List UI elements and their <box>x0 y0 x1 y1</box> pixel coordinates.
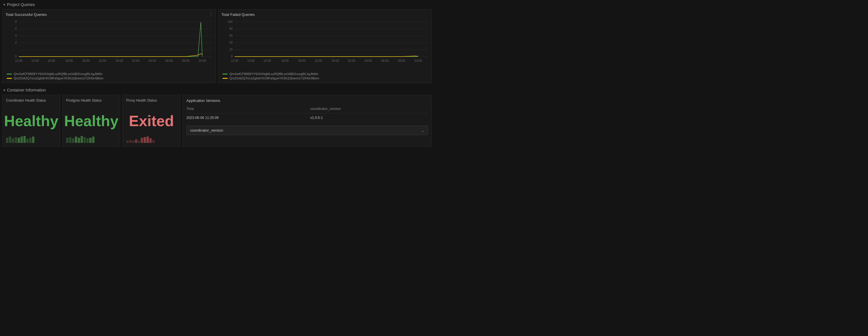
svg-text:00:00: 00:00 <box>332 59 339 62</box>
svg-text:04:00: 04:00 <box>149 59 156 62</box>
svg-text:8: 8 <box>15 20 17 23</box>
mini-bar <box>152 140 155 143</box>
svg-text:08:00: 08:00 <box>398 59 405 62</box>
failed-legend-dot-yellow <box>222 78 228 79</box>
svg-text:16:00: 16:00 <box>264 59 271 62</box>
version-column-header: coordinator_version <box>310 106 428 113</box>
container-info-header[interactable]: ▾ Container Information <box>0 86 434 95</box>
successful-chart-title: Total Successful Queries <box>5 12 213 17</box>
container-info-section: ▾ Container Information Coordinator Heal… <box>0 86 434 149</box>
svg-text:6: 6 <box>15 27 17 30</box>
container-cards-row: Coordinator Health Status Healthy Postgr… <box>0 95 434 149</box>
mini-bar <box>29 138 31 143</box>
coordinator-card-title: Coordinator Health Status <box>6 98 56 102</box>
mini-bar <box>86 138 89 143</box>
mini-bar <box>89 138 92 143</box>
mini-bar <box>126 141 129 143</box>
svg-text:14:00: 14:00 <box>31 59 39 62</box>
successful-chart-legend: QmXwfCF8858YY924VHgNLsxRQfBLosVbB31mygRL… <box>5 72 213 80</box>
successful-queries-card: Total Successful Queries ⋮ 8 6 4 2 0 <box>2 9 216 83</box>
svg-text:12:00: 12:00 <box>15 59 23 62</box>
failed-chart-area: 100 80 60 40 20 0 12:00 14:00 16:00 18:0… <box>221 19 429 71</box>
coordinator-mini-bars <box>6 136 56 143</box>
svg-text:4: 4 <box>15 34 17 37</box>
proxy-health-card: Proxy Health Status Exited <box>123 95 180 147</box>
proxy-card-title: Proxy Health Status <box>126 98 177 102</box>
coordinator-health-card: Coordinator Health Status Healthy <box>2 95 60 147</box>
mini-bar <box>26 139 29 143</box>
successful-chart-svg: 8 6 4 2 0 12:00 14:00 16:00 18:00 20:00 … <box>5 19 213 62</box>
version-dropdown[interactable]: coordinator_version proxy_version postgr… <box>186 126 428 135</box>
failed-chart-title: Total Failed Queries <box>221 12 429 17</box>
proxy-status: Exited <box>126 106 177 134</box>
svg-text:80: 80 <box>229 27 233 30</box>
postgres-mini-bars <box>66 136 117 143</box>
svg-text:10:00: 10:00 <box>414 59 422 62</box>
failed-legend-label-green: QmXwfCF8858YY924VHgNLsxRQfBLosVbB31mygRL… <box>229 72 318 76</box>
svg-text:0: 0 <box>15 55 17 58</box>
mini-bar <box>129 140 131 143</box>
mini-bar <box>69 137 71 143</box>
failed-chart-svg: 100 80 60 40 20 0 12:00 14:00 16:00 18:0… <box>221 19 429 62</box>
svg-text:40: 40 <box>229 41 233 44</box>
mini-bar <box>81 136 83 143</box>
mini-bar <box>84 137 86 143</box>
svg-text:20: 20 <box>229 48 233 51</box>
svg-text:18:00: 18:00 <box>281 59 289 62</box>
legend-label-yellow: QmZGAZQ7e1oZgfuK4V29Fa5gveYK3G2zEwvUzTZK… <box>13 76 103 80</box>
mini-bar <box>23 136 26 143</box>
svg-text:10:00: 10:00 <box>198 59 206 62</box>
svg-text:0: 0 <box>231 55 232 58</box>
container-chevron-icon: ▾ <box>3 88 5 92</box>
svg-text:2: 2 <box>15 41 17 44</box>
legend-item-yellow: QmZGAZQ7e1oZgfuK4V29Fa5gveYK3G2zEwvUzTZK… <box>7 76 213 80</box>
version-dropdown-wrapper[interactable]: coordinator_version proxy_version postgr… <box>186 126 428 135</box>
mini-bar <box>149 138 152 143</box>
time-column-header: Time <box>186 106 310 113</box>
successful-chart-area: 8 6 4 2 0 12:00 14:00 16:00 18:00 20:00 … <box>5 19 213 71</box>
mini-bar <box>32 137 34 143</box>
svg-text:16:00: 16:00 <box>48 59 55 62</box>
mini-bar <box>21 137 23 143</box>
app-versions-title: Application Versions <box>186 98 428 103</box>
legend-item-green: QmXwfCF8858YY924VHgNLsxRQfBLosVbB31mygRL… <box>7 72 213 76</box>
legend-label-green: QmXwfCF8858YY924VHgNLsxRQfBLosVbB31mygRL… <box>13 72 102 76</box>
svg-text:14:00: 14:00 <box>247 59 255 62</box>
svg-text:18:00: 18:00 <box>65 59 73 62</box>
legend-dot-yellow <box>7 78 12 79</box>
postgres-health-card: Postgres Health Status Healthy <box>62 95 120 147</box>
failed-legend-item-yellow: QmZGAZQ7e1oZgfuK4V29Fa5gveYK3G2zEwvUzTZK… <box>222 76 429 80</box>
charts-row: Total Successful Queries ⋮ 8 6 4 2 0 <box>0 9 434 86</box>
successful-chart-menu-button[interactable]: ⋮ <box>209 12 213 16</box>
svg-text:00:00: 00:00 <box>116 59 123 62</box>
svg-text:12:00: 12:00 <box>231 59 238 62</box>
failed-legend-item-green: QmXwfCF8858YY924VHgNLsxRQfBLosVbB31mygRL… <box>222 72 429 76</box>
mini-bar <box>78 138 80 143</box>
svg-text:22:00: 22:00 <box>315 59 322 62</box>
svg-text:60: 60 <box>229 34 233 37</box>
row-version: v1.0.5-1 <box>310 113 428 121</box>
svg-text:20:00: 20:00 <box>298 59 306 62</box>
table-row: 2023-06-06 11:25:09 v1.0.5-1 <box>186 113 428 121</box>
mini-bar <box>9 137 11 143</box>
project-queries-header[interactable]: ▾ Project Queries <box>0 0 434 9</box>
project-queries-label: Project Queries <box>7 2 35 7</box>
row-time: 2023-06-06 11:25:09 <box>186 113 310 121</box>
versions-table: Time coordinator_version 2023-06-06 11:2… <box>186 106 428 121</box>
mini-bar <box>92 137 94 143</box>
mini-bar <box>144 137 146 143</box>
svg-text:22:00: 22:00 <box>99 59 106 62</box>
svg-text:20:00: 20:00 <box>82 59 90 62</box>
mini-bar <box>132 141 134 143</box>
chevron-down-icon: ▾ <box>3 3 5 7</box>
svg-text:08:00: 08:00 <box>182 59 190 62</box>
postgres-card-title: Postgres Health Status <box>66 98 117 102</box>
mini-bar <box>141 138 143 143</box>
mini-bar <box>66 138 68 143</box>
proxy-mini-bars <box>126 136 177 143</box>
svg-text:02:00: 02:00 <box>132 59 140 62</box>
mini-bar <box>135 139 137 143</box>
svg-text:100: 100 <box>228 20 232 23</box>
svg-text:02:00: 02:00 <box>348 59 355 62</box>
mini-bar <box>138 141 140 143</box>
